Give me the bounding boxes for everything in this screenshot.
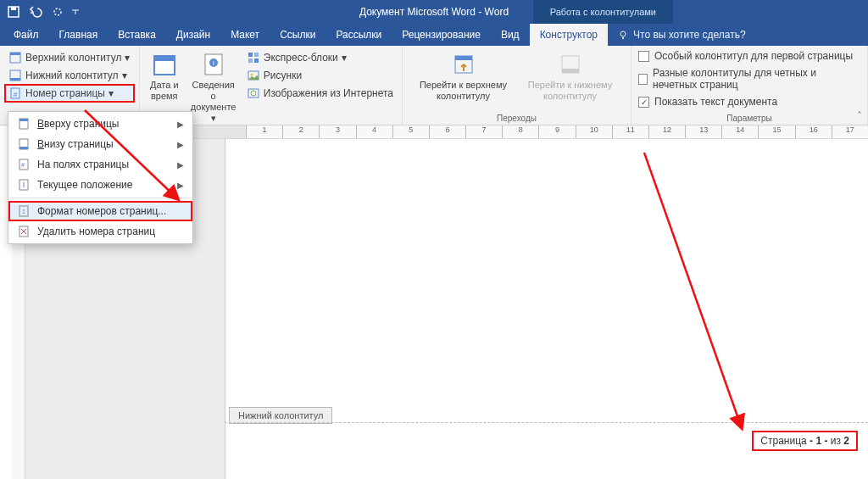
tab-design[interactable]: Дизайн	[166, 24, 220, 46]
remove-icon	[17, 225, 31, 238]
tab-review[interactable]: Рецензирование	[392, 24, 491, 46]
header-button[interactable]: Верхний колонтитул ▾	[5, 49, 134, 66]
redo-icon[interactable]	[47, 2, 68, 22]
svg-rect-1	[11, 7, 16, 10]
page-number-menu: Вверху страницы ▶ Внизу страницы ▶ # На …	[8, 111, 193, 244]
format-icon: 1	[17, 204, 31, 218]
express-label: Экспресс-блоки	[264, 52, 338, 64]
menu-label: На полях страницы	[37, 159, 129, 170]
chevron-down-icon: ▾	[125, 52, 130, 64]
svg-text:#: #	[21, 162, 25, 168]
page-prefix: Страница	[760, 435, 806, 447]
contextual-tab-title: Работа с колонтитулами	[533, 0, 673, 24]
menu-top-of-page[interactable]: Вверху страницы ▶	[8, 114, 192, 134]
go-header-label: Перейти к верхнему колонтитулу	[415, 80, 513, 102]
page-number-field[interactable]: Страница - 1 - из 2	[752, 431, 858, 451]
svg-rect-28	[19, 119, 28, 121]
svg-point-2	[54, 8, 61, 15]
svg-rect-7	[10, 78, 20, 81]
group-nav-label: Переходы	[408, 112, 626, 123]
blocks-icon	[247, 51, 260, 64]
top-page-icon	[17, 117, 31, 131]
pictures-label: Рисунки	[264, 70, 302, 81]
go-to-footer-button: Перейти к нижнему колонтитулу	[520, 49, 621, 103]
tell-me-search[interactable]: Что вы хотите сделать?	[608, 24, 756, 46]
chevron-right-icon: ▶	[177, 120, 184, 129]
tab-constructor[interactable]: Конструктор	[530, 24, 608, 46]
checkbox-icon	[638, 74, 648, 85]
tab-insert[interactable]: Вставка	[108, 24, 166, 46]
online-pictures-button[interactable]: Изображения из Интернета	[243, 85, 397, 102]
page-sep: из	[831, 435, 841, 447]
footer-label: Нижний колонтитул	[25, 70, 119, 81]
menu-label: Вверху страницы	[37, 118, 119, 130]
tab-view[interactable]: Вид	[491, 24, 530, 46]
tab-mailings[interactable]: Рассылки	[326, 24, 392, 46]
group-options-label: Параметры	[637, 112, 862, 123]
menu-bottom-of-page[interactable]: Внизу страницы ▶	[8, 134, 192, 154]
chevron-right-icon: ▶	[177, 181, 184, 190]
online-pictures-label: Изображения из Интернета	[264, 87, 393, 99]
go-to-header-button[interactable]: Перейти к верхнему колонтитулу	[413, 49, 515, 103]
svg-rect-18	[254, 58, 259, 63]
svg-rect-26	[562, 69, 579, 73]
menu-current-position[interactable]: Текущее положение ▶	[8, 175, 192, 195]
svg-rect-5	[10, 53, 20, 55]
calendar-icon	[151, 51, 178, 78]
svg-rect-15	[248, 53, 253, 57]
menu-label: Внизу страницы	[37, 138, 114, 150]
menu-page-margins[interactable]: # На полях страницы ▶	[8, 154, 192, 175]
chevron-down-icon: ▾	[122, 70, 127, 81]
menu-label: Текущее положение	[37, 179, 132, 191]
margins-icon: #	[17, 158, 31, 171]
tab-references[interactable]: Ссылки	[270, 24, 326, 46]
footer-button[interactable]: Нижний колонтитул ▾	[5, 67, 134, 84]
checkbox-odd-even[interactable]: Разные колонтитулы для четных и нечетных…	[637, 66, 862, 92]
chevron-down-icon: ▾	[211, 113, 216, 124]
collapse-ribbon-icon[interactable]: ˄	[853, 109, 866, 123]
svg-text:1: 1	[22, 209, 25, 214]
menu-separator	[12, 198, 189, 198]
doc-info-label: Сведения о документе	[191, 80, 236, 113]
show-text-label: Показать текст документа	[654, 96, 777, 108]
footer-section-label: Нижний колонтитул	[229, 407, 332, 424]
odd-even-label: Разные колонтитулы для четных и нечетных…	[653, 67, 860, 91]
menu-remove-page-numbers[interactable]: Удалить номера страниц	[8, 221, 192, 242]
chevron-down-icon: ▾	[108, 87, 114, 99]
svg-point-22	[251, 91, 256, 96]
header-icon	[8, 51, 22, 64]
save-icon[interactable]	[3, 2, 24, 22]
tab-layout[interactable]: Макет	[220, 24, 270, 46]
page-edge	[225, 139, 225, 479]
undo-icon[interactable]	[25, 2, 46, 22]
checkbox-show-text[interactable]: Показать текст документа	[637, 95, 862, 109]
express-blocks-button[interactable]: Экспресс-блоки ▾	[243, 49, 397, 66]
lightbulb-icon	[618, 30, 628, 40]
menu-label: Удалить номера страниц	[37, 226, 155, 237]
pictures-button[interactable]: Рисунки	[243, 67, 397, 84]
doc-info-icon: i	[200, 51, 227, 78]
svg-text:i: i	[213, 59, 214, 67]
menu-format-page-numbers[interactable]: 1 Формат номеров страниц...	[8, 201, 192, 221]
header-label: Верхний колонтитул	[25, 52, 121, 64]
footer-boundary	[225, 422, 868, 423]
tab-file[interactable]: Файл	[3, 24, 49, 46]
svg-point-3	[620, 31, 626, 36]
date-time-label: Дата и время	[147, 80, 182, 102]
svg-point-20	[250, 74, 253, 76]
doc-info-button[interactable]: i Сведения о документе▾	[189, 49, 238, 125]
page-number-button[interactable]: # Номер страницы ▾	[5, 85, 134, 102]
svg-rect-30	[19, 147, 28, 149]
date-time-button[interactable]: Дата и время	[145, 49, 184, 103]
checkbox-first-page[interactable]: Особый колонтитул для первой страницы	[637, 49, 862, 63]
picture-icon	[247, 69, 260, 82]
qat-customize-icon[interactable]	[70, 2, 81, 22]
go-footer-label: Перейти к нижнему колонтитулу	[521, 80, 620, 102]
chevron-right-icon: ▶	[177, 160, 184, 170]
ribbon-tabs: Файл Главная Вставка Дизайн Макет Ссылки…	[0, 24, 868, 46]
quick-access-toolbar	[3, 2, 81, 22]
checkbox-checked-icon	[638, 97, 649, 108]
svg-rect-16	[254, 53, 259, 57]
bottom-page-icon	[17, 137, 31, 151]
tab-home[interactable]: Главная	[49, 24, 108, 46]
